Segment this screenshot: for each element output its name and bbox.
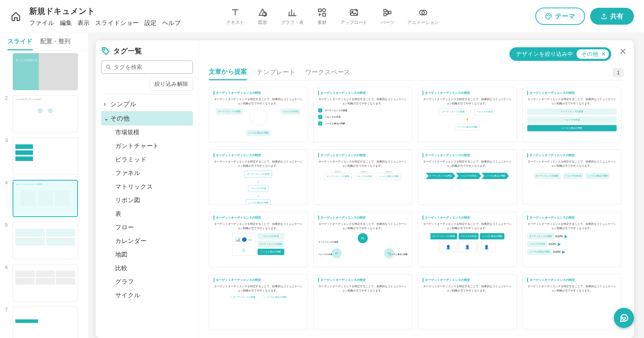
template-card[interactable]: ターゲットオーディエンスの特定 ターゲットオーディエンスを特定することで、効果的…	[209, 149, 308, 205]
share-button[interactable]: 共有	[590, 8, 634, 25]
text-icon	[230, 8, 240, 17]
menu-settings[interactable]: 設定	[144, 19, 156, 27]
filter-tag[interactable]: その他 ✕	[577, 49, 609, 59]
tag-list[interactable]: ›シンプル ⌄その他 市場規模 ガントチャート ピラミッド ファネル マトリック…	[101, 97, 193, 332]
tag-sub-map[interactable]: 地図	[101, 248, 193, 261]
tag-sub-graph[interactable]: グラフ	[101, 275, 193, 288]
tag-search-input[interactable]	[114, 64, 188, 70]
template-card[interactable]: ターゲットオーディエンスの特定 ターゲットオーディエンスを特定することで、効果的…	[209, 87, 308, 142]
template-card[interactable]: ターゲットオーディエンスの特定 ターゲットオーディエンスを特定することで、効果的…	[313, 87, 413, 142]
tag-sub-cycle[interactable]: サイクル	[101, 288, 193, 302]
tool-animation[interactable]: アニメーション	[407, 7, 439, 25]
template-card[interactable]: ターゲットオーディエンスの特定 ターゲットオーディエンスを特定することで、効果的…	[313, 274, 413, 329]
chat-bubble-button[interactable]	[614, 308, 634, 328]
header-right: テーマ 共有	[535, 8, 634, 25]
content-area: タグ一覧 絞り込み解除 ›シンプル ⌄その他 市場規模 ガントチャート ピラミッ…	[88, 33, 644, 338]
panel-tabs: スライド 配置・整列	[0, 33, 88, 51]
template-tabs: 文章から提案 テンプレート ワークスペース 1	[209, 67, 624, 80]
filter-chip: デザインを絞り込み中 その他 ✕	[509, 47, 611, 61]
parts-icon	[383, 8, 392, 17]
tag-sub-funnel[interactable]: ファネル	[101, 166, 193, 180]
menu-file[interactable]: ファイル	[29, 19, 54, 27]
tab-suggest[interactable]: 文章から提案	[209, 67, 247, 80]
search-icon	[106, 64, 111, 70]
svg-rect-7	[389, 11, 391, 14]
template-card[interactable]: ターゲットオーディエンスの特定 ターゲットオーディエンスを特定することで、効果的…	[209, 274, 308, 329]
svg-rect-5	[384, 9, 386, 12]
menu-slideshow[interactable]: スライドショー	[95, 19, 139, 27]
template-card[interactable]: ターゲットオーディエンスの特定 ターゲットオーディエンスを特定することで、効果的…	[522, 149, 622, 205]
slide-thumb-6[interactable]: 6	[5, 264, 83, 302]
tool-chart[interactable]: グラフ・表	[281, 7, 304, 25]
chart-icon	[288, 8, 297, 17]
tab-arrange[interactable]: 配置・整列	[40, 37, 70, 50]
main: スライド 配置・整列 ディングの作り方 2 パーソナルブランディングとは？ 3 …	[0, 33, 644, 338]
template-card[interactable]: ターゲットオーディエンスの特定 ターゲットオーディエンスを特定することで、効果的…	[418, 149, 517, 205]
tab-workspace[interactable]: ワークスペース	[305, 68, 350, 80]
tag-sub-matrix[interactable]: マトリックス	[101, 180, 193, 193]
shape-icon	[258, 8, 267, 17]
menu-bar: ファイル 編集 表示 スライドショー 設定 ヘルプ	[29, 19, 181, 27]
slide-thumb-3[interactable]: 3	[5, 138, 83, 175]
slide-thumb-5[interactable]: 5	[5, 222, 83, 259]
svg-point-13	[104, 49, 105, 50]
svg-point-15	[622, 317, 623, 318]
template-area: ✕ デザインを絞り込み中 その他 ✕ 文章から提案 テンプレート ワークスペース…	[199, 40, 634, 338]
toolbar: テキスト 図形 グラフ・表 素材 アップロード パーツ アニメーション	[226, 7, 439, 25]
close-button[interactable]: ✕	[619, 46, 626, 56]
template-card[interactable]: ターゲットオーディエンスの特定 ターゲットオーディエンスを特定することで、効果的…	[418, 87, 517, 142]
divider	[101, 94, 193, 94]
upload-icon	[349, 8, 359, 17]
home-button[interactable]	[10, 11, 22, 22]
tool-text[interactable]: テキスト	[226, 7, 244, 25]
menu-view[interactable]: 表示	[77, 19, 90, 27]
template-card[interactable]: ターゲットオーディエンスの特定 ターゲットオーディエンスを特定することで、効果的…	[522, 87, 622, 142]
tag-sub-market[interactable]: 市場規模	[101, 125, 193, 139]
template-card[interactable]: ターゲットオーディエンスの特定 ターゲットオーディエンスを特定することで、効果的…	[209, 212, 308, 267]
template-overlay: タグ一覧 絞り込み解除 ›シンプル ⌄その他 市場規模 ガントチャート ピラミッ…	[96, 40, 634, 338]
document-title[interactable]: 新規ドキュメント	[29, 6, 181, 17]
tag-sub-table[interactable]: 表	[101, 207, 193, 221]
theme-button[interactable]: テーマ	[535, 8, 585, 25]
template-card[interactable]: ターゲットオーディエンスの特定 ターゲットオーディエンスを特定することで、効果的…	[522, 274, 622, 329]
tag-sub-calendar[interactable]: カレンダー	[101, 234, 193, 248]
template-grid[interactable]: ターゲットオーディエンスの特定 ターゲットオーディエンスを特定することで、効果的…	[209, 87, 624, 331]
slide-thumb-7[interactable]: 7	[5, 307, 83, 338]
template-card[interactable]: ターゲットオーディエンスの特定 ターゲットオーディエンスを特定することで、効果的…	[418, 212, 517, 267]
chevron-down-icon: ⌄	[104, 115, 108, 122]
clear-filter-button[interactable]: 絞り込み解除	[150, 77, 193, 91]
slide-thumb-1[interactable]: ディングの作り方	[5, 53, 83, 90]
home-icon	[11, 11, 21, 21]
chevron-right-icon: ›	[104, 100, 108, 108]
tool-shape[interactable]: 図形	[257, 7, 268, 25]
tab-template[interactable]: テンプレート	[257, 68, 296, 80]
tag-sub-compare[interactable]: 比較	[101, 261, 193, 275]
slide-thumb-4[interactable]: 4 ターゲットオーディエンスの特定	[5, 180, 83, 217]
tag-sub-gantt[interactable]: ガントチャート	[101, 139, 193, 153]
tag-cat-other[interactable]: ⌄その他	[101, 111, 193, 125]
tag-sub-pyramid[interactable]: ピラミッド	[101, 153, 193, 166]
slide-list[interactable]: ディングの作り方 2 パーソナルブランディングとは？ 3 4 ターゲットオーディ…	[0, 51, 88, 338]
menu-help[interactable]: ヘルプ	[162, 19, 181, 27]
animation-icon	[418, 8, 428, 17]
slide-thumb-2[interactable]: 2 パーソナルブランディングとは？	[5, 95, 83, 133]
assets-icon	[317, 8, 327, 17]
app-header: 新規ドキュメント ファイル 編集 表示 スライドショー 設定 ヘルプ テキスト …	[0, 0, 644, 33]
remove-filter-icon[interactable]: ✕	[601, 51, 606, 57]
tag-header: タグ一覧	[101, 46, 193, 56]
template-card[interactable]: ターゲットオーディエンスの特定 ターゲットオーディエンスを特定することで、効果的…	[313, 149, 413, 205]
tool-parts[interactable]: パーツ	[381, 7, 394, 25]
tag-sub-ribbon[interactable]: リボン図	[101, 193, 193, 207]
menu-edit[interactable]: 編集	[60, 19, 72, 27]
tag-sub-flow[interactable]: フロー	[101, 221, 193, 234]
tool-upload[interactable]: アップロード	[340, 7, 368, 25]
template-card[interactable]: ターゲットオーディエンスの特定 ターゲットオーディエンスを特定することで、効果的…	[522, 212, 622, 267]
tag-search[interactable]	[101, 60, 193, 74]
template-card[interactable]: ターゲットオーディエンスの特定 ターゲットオーディエンスを特定することで、効果的…	[418, 274, 517, 329]
tag-icon	[101, 47, 110, 56]
svg-point-16	[625, 317, 625, 318]
tool-assets[interactable]: 素材	[317, 7, 327, 25]
tag-cat-simple[interactable]: ›シンプル	[101, 97, 193, 111]
template-card[interactable]: ターゲットオーディエンスの特定 ターゲットオーディエンスを特定することで、効果的…	[313, 212, 413, 267]
tab-slide[interactable]: スライド	[8, 37, 33, 50]
